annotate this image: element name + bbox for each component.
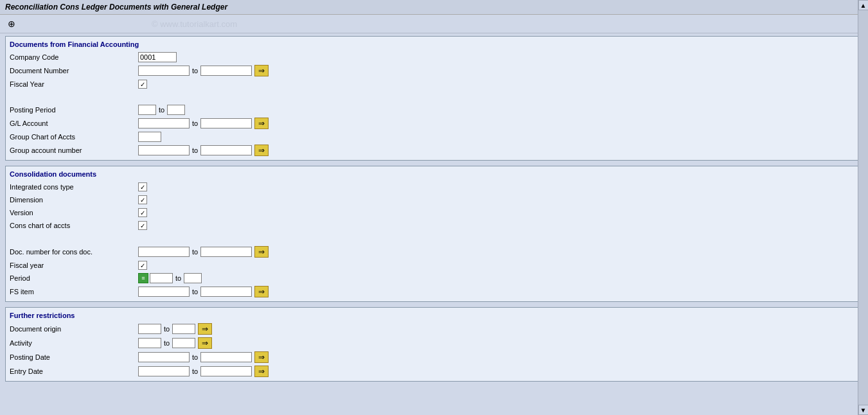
group-account-row: Group account number to ⇒ <box>6 143 862 157</box>
posting-period-label: Posting Period <box>10 106 138 114</box>
gl-account-arrow-btn[interactable]: ⇒ <box>254 118 269 129</box>
activity-to-label: to <box>164 339 170 347</box>
integrated-cons-label: Integrated cons type <box>10 183 138 191</box>
document-number-to[interactable] <box>200 66 252 76</box>
integrated-cons-checkbox[interactable]: ✓ <box>138 182 147 191</box>
fs-item-label: FS item <box>10 288 138 296</box>
gl-account-label: G/L Account <box>10 119 138 127</box>
title-bar: Reconciliation Cons Ledger Documents wit… <box>0 0 868 15</box>
activity-arrow-btn[interactable]: ⇒ <box>198 337 212 349</box>
main-content: Documents from Financial Accounting Comp… <box>0 33 868 411</box>
fiscal-year-row: Fiscal Year ✓ <box>6 78 862 91</box>
scrollbar: ▲ ▼ <box>858 0 868 411</box>
integrated-cons-row: Integrated cons type ✓ <box>6 181 862 193</box>
company-code-input[interactable] <box>138 52 177 62</box>
fiscal-year-label: Fiscal Year <box>10 80 138 88</box>
company-code-row: Company Code <box>6 51 862 64</box>
entry-date-to-label: to <box>192 367 198 375</box>
doc-number-cons-row: Doc. number for cons doc. to ⇒ <box>6 245 862 259</box>
version-checkbox[interactable]: ✓ <box>138 208 147 217</box>
entry-date-to[interactable] <box>200 366 252 376</box>
cons-fiscal-year-row: Fiscal year ✓ <box>6 259 862 272</box>
gl-account-from[interactable] <box>138 118 190 128</box>
fs-item-row: FS item to ⇒ <box>6 285 862 299</box>
doc-number-cons-arrow-btn[interactable]: ⇒ <box>254 246 269 258</box>
doc-number-cons-label: Doc. number for cons doc. <box>10 248 138 256</box>
entry-date-row: Entry Date to ⇒ <box>6 364 862 378</box>
fs-item-from[interactable] <box>138 287 190 297</box>
fs-item-arrow-btn[interactable]: ⇒ <box>254 286 269 297</box>
gl-account-to-label: to <box>192 119 198 127</box>
period-row: Period ≡ to <box>6 272 862 285</box>
posting-date-label: Posting Date <box>10 353 138 361</box>
toolbar: ⊕ © www.tutorialkart.com <box>0 15 868 33</box>
posting-period-row: Posting Period to <box>6 103 862 116</box>
cons-chart-checkbox[interactable]: ✓ <box>138 221 147 230</box>
group-account-label: Group account number <box>10 146 138 154</box>
period-green-btn[interactable]: ≡ <box>138 273 148 283</box>
dimension-row: Dimension ✓ <box>6 193 862 206</box>
posting-period-to-label: to <box>159 106 164 114</box>
scroll-down[interactable]: ▼ <box>858 405 869 411</box>
document-origin-row: Document origin to ⇒ <box>6 322 862 336</box>
group-account-arrow-btn[interactable]: ⇒ <box>254 145 269 156</box>
cons-chart-row: Cons chart of accts ✓ <box>6 219 862 232</box>
company-code-label: Company Code <box>10 53 138 61</box>
dimension-label: Dimension <box>10 196 138 204</box>
document-origin-from[interactable] <box>138 324 161 334</box>
cons-fiscal-year-label: Fiscal year <box>10 261 138 269</box>
posting-date-to[interactable] <box>200 352 252 362</box>
activity-label: Activity <box>10 339 138 347</box>
doc-number-cons-from[interactable] <box>138 247 190 257</box>
watermark: © www.tutorialkart.com <box>152 19 237 29</box>
entry-date-arrow-btn[interactable]: ⇒ <box>254 366 269 377</box>
spacer2 <box>6 232 862 245</box>
activity-from[interactable] <box>138 338 161 348</box>
cons-chart-label: Cons chart of accts <box>10 222 138 229</box>
period-from[interactable] <box>150 273 173 283</box>
further-restrictions-section: Further restrictions Document origin to … <box>5 307 863 382</box>
cons-fiscal-year-checkbox[interactable]: ✓ <box>138 261 147 270</box>
financial-accounting-section: Documents from Financial Accounting Comp… <box>5 36 863 161</box>
gl-account-row: G/L Account to ⇒ <box>6 116 862 130</box>
posting-date-from[interactable] <box>138 352 190 362</box>
document-number-row: Document Number to ⇒ <box>6 64 862 78</box>
activity-to[interactable] <box>172 338 195 348</box>
document-number-label: Document Number <box>10 67 138 75</box>
period-to[interactable] <box>184 273 202 283</box>
document-origin-to[interactable] <box>172 324 195 334</box>
page-title: Reconciliation Cons Ledger Documents wit… <box>5 3 227 12</box>
further-restrictions-title: Further restrictions <box>6 310 862 322</box>
spacer1 <box>6 91 862 103</box>
consolidation-title: Consolidation documents <box>6 169 862 181</box>
posting-period-to[interactable] <box>167 105 185 115</box>
posting-date-arrow-btn[interactable]: ⇒ <box>254 351 269 363</box>
group-account-from[interactable] <box>138 145 190 155</box>
dimension-checkbox[interactable]: ✓ <box>138 195 147 204</box>
entry-date-from[interactable] <box>138 366 190 376</box>
fs-item-to-label: to <box>192 288 198 296</box>
version-label: Version <box>10 209 138 216</box>
document-origin-arrow-btn[interactable]: ⇒ <box>198 323 212 335</box>
posting-period-from[interactable] <box>138 105 156 115</box>
financial-accounting-title: Documents from Financial Accounting <box>6 39 862 51</box>
document-number-to-label: to <box>192 67 198 75</box>
posting-date-to-label: to <box>192 353 198 361</box>
document-origin-label: Document origin <box>10 325 138 333</box>
gl-account-to[interactable] <box>200 118 252 128</box>
activity-row: Activity to ⇒ <box>6 336 862 350</box>
scroll-up[interactable]: ▲ <box>858 0 869 10</box>
group-account-to[interactable] <box>200 145 252 155</box>
document-number-arrow-btn[interactable]: ⇒ <box>254 65 269 76</box>
toolbar-icon[interactable]: ⊕ <box>5 17 18 30</box>
posting-date-row: Posting Date to ⇒ <box>6 350 862 364</box>
document-number-from[interactable] <box>138 66 190 76</box>
group-chart-input[interactable] <box>138 132 161 142</box>
doc-number-cons-to[interactable] <box>200 247 252 257</box>
fiscal-year-checkbox[interactable]: ✓ <box>138 80 147 89</box>
doc-number-cons-to-label: to <box>192 248 198 256</box>
document-origin-to-label: to <box>164 325 170 333</box>
fs-item-to[interactable] <box>200 287 252 297</box>
version-row: Version ✓ <box>6 206 862 219</box>
consolidation-section: Consolidation documents Integrated cons … <box>5 166 863 302</box>
